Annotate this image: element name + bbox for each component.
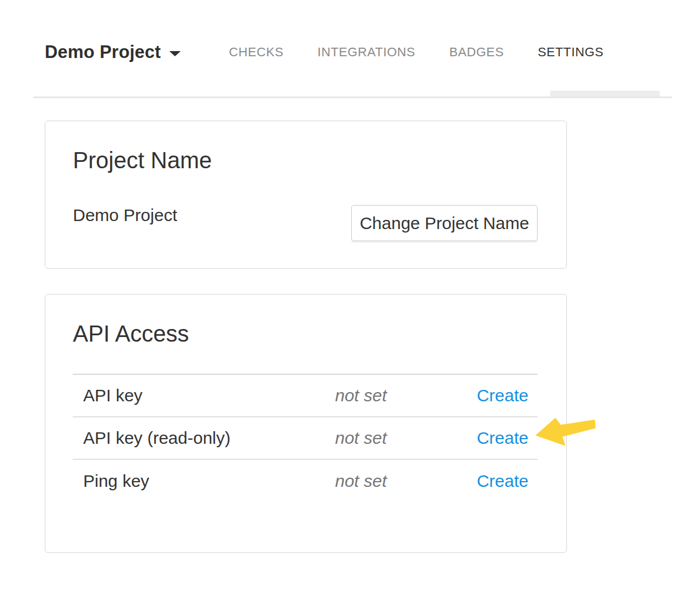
create-api-key-link[interactable]: Create — [477, 386, 538, 405]
api-key-read-only-value: not set — [335, 428, 477, 448]
project-settings-page: Demo Project CHECKS INTEGRATIONS BADGES … — [0, 0, 700, 608]
api-keys-table: API key not set Create API key (read-onl… — [73, 374, 538, 502]
create-ping-key-link[interactable]: Create — [477, 471, 538, 491]
create-read-only-api-key-link[interactable]: Create — [477, 428, 538, 448]
project-name-card-heading: Project Name — [73, 146, 212, 174]
tab-integrations[interactable]: INTEGRATIONS — [317, 45, 415, 60]
tab-badges[interactable]: BADGES — [449, 45, 504, 60]
top-navigation: CHECKS INTEGRATIONS BADGES SETTINGS — [229, 40, 604, 65]
project-title: Demo Project — [45, 42, 161, 63]
project-name-card: Project Name Demo Project Change Project… — [45, 121, 567, 269]
table-row-api-key-read-only: API key (read-only) not set Create — [73, 417, 538, 460]
api-key-value: not set — [335, 386, 477, 405]
table-row-api-key: API key not set Create — [73, 375, 538, 417]
tab-checks[interactable]: CHECKS — [229, 45, 283, 60]
api-access-card: API Access API key not set Create API ke… — [45, 294, 567, 553]
api-key-read-only-label: API key (read-only) — [73, 428, 335, 448]
change-project-name-button[interactable]: Change Project Name — [351, 205, 538, 241]
ping-key-label: Ping key — [73, 471, 335, 491]
api-access-card-heading: API Access — [73, 320, 189, 347]
table-row-ping-key: Ping key not set Create — [73, 460, 538, 502]
project-switcher-dropdown[interactable]: Demo Project — [45, 40, 181, 65]
header-divider — [33, 96, 672, 98]
chevron-down-icon — [169, 51, 181, 56]
ping-key-value: not set — [335, 471, 477, 491]
current-project-name: Demo Project — [73, 203, 177, 227]
tab-settings[interactable]: SETTINGS — [538, 45, 604, 60]
api-key-label: API key — [73, 386, 335, 405]
